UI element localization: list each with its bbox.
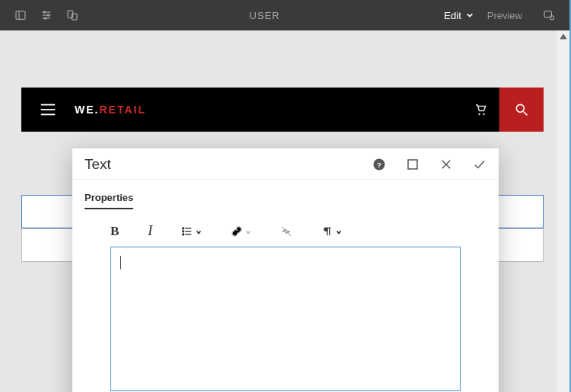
chevron-down-icon	[245, 225, 251, 238]
tab-properties[interactable]: Properties	[85, 192, 133, 209]
preview-button[interactable]: Preview	[487, 10, 522, 21]
scroll-up-icon[interactable]	[557, 30, 569, 43]
svg-rect-22	[408, 160, 417, 169]
svg-marker-12	[560, 34, 566, 39]
app-toolbar: USER Edit Preview	[0, 0, 569, 30]
side-panel-toggle-icon[interactable]	[8, 0, 33, 30]
svg-text:?: ?	[377, 161, 381, 169]
chevron-down-icon	[466, 10, 474, 21]
chevron-down-icon	[196, 225, 202, 238]
svg-point-11	[550, 16, 553, 20]
logo-part-2: RETAIL	[99, 104, 146, 116]
confirm-icon[interactable]	[473, 158, 486, 171]
svg-point-17	[483, 113, 484, 115]
site-header: WE.RETAIL	[21, 88, 544, 132]
sliders-icon[interactable]	[33, 0, 59, 30]
page-title-label: USER	[85, 10, 444, 21]
help-icon[interactable]: ?	[372, 158, 386, 171]
svg-point-28	[183, 228, 184, 229]
toolbar-left	[0, 0, 85, 30]
link-button[interactable]	[231, 225, 251, 238]
close-icon[interactable]	[439, 158, 453, 171]
search-icon	[514, 102, 529, 117]
fullscreen-icon[interactable]	[406, 158, 419, 171]
unlink-button[interactable]	[280, 225, 292, 237]
toolbar-right: Edit Preview	[444, 0, 569, 30]
rte-toolbar: B I	[72, 209, 499, 247]
paragraph-format-button[interactable]	[321, 225, 342, 238]
hamburger-menu-icon[interactable]	[21, 103, 75, 116]
site-logo[interactable]: WE.RETAIL	[75, 104, 146, 116]
annotate-icon[interactable]	[536, 0, 562, 30]
bold-button[interactable]: B	[110, 224, 119, 239]
search-button[interactable]	[499, 88, 544, 132]
dialog-actions: ?	[372, 158, 486, 171]
page-canvas: WE.RETAIL Text ?	[0, 30, 557, 392]
device-emulator-icon[interactable]	[59, 0, 85, 30]
dialog-title: Text	[85, 156, 372, 173]
mode-label: Edit	[444, 10, 461, 21]
italic-button[interactable]: I	[148, 223, 152, 239]
svg-point-18	[516, 104, 524, 112]
svg-line-19	[524, 112, 528, 116]
svg-rect-0	[16, 11, 25, 20]
mode-switcher[interactable]: Edit	[444, 10, 473, 21]
dialog-header: Text ?	[72, 148, 499, 180]
dialog-tabs: Properties	[72, 180, 499, 209]
svg-point-30	[183, 234, 184, 235]
svg-point-29	[183, 231, 184, 232]
rich-text-editor[interactable]	[110, 247, 461, 391]
editor-container	[72, 247, 499, 392]
list-button[interactable]	[181, 225, 202, 238]
logo-part-1: WE.	[75, 104, 99, 116]
vertical-scrollbar[interactable]	[557, 30, 569, 392]
chevron-down-icon	[336, 225, 342, 238]
cart-icon[interactable]	[461, 88, 499, 132]
svg-point-16	[478, 113, 480, 115]
text-edit-dialog: Text ? Properties B I	[72, 148, 499, 392]
